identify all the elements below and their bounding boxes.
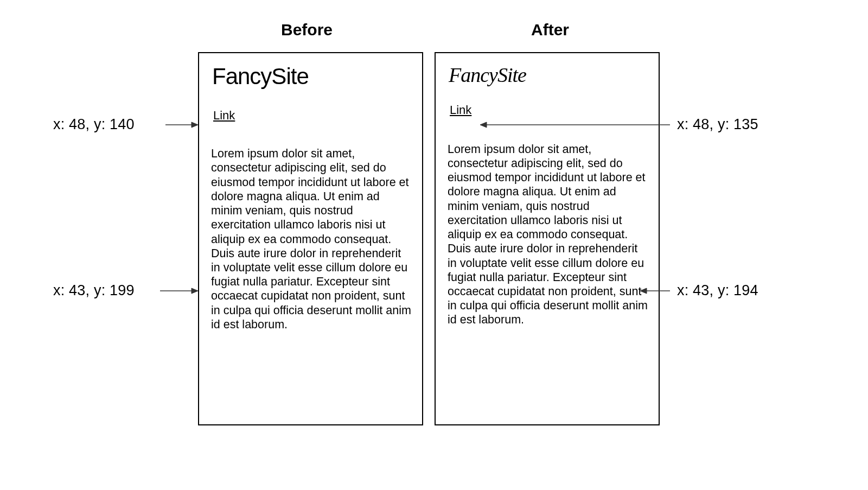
coord-label-before-link: x: 48, y: 140	[53, 116, 135, 133]
mockup-after: FancySite Link Lorem ipsum dolor sit ame…	[435, 52, 660, 425]
svg-marker-1	[192, 122, 198, 128]
body-paragraph-after: Lorem ipsum dolor sit amet, consectetur …	[448, 142, 648, 327]
coord-label-before-body: x: 43, y: 199	[53, 282, 135, 299]
arrow-icon	[160, 287, 198, 295]
body-paragraph-before: Lorem ipsum dolor sit amet, consectetur …	[211, 147, 411, 332]
column-header-after: After	[531, 21, 569, 39]
coord-label-after-link: x: 48, y: 135	[677, 116, 758, 133]
coord-label-after-body: x: 43, y: 194	[677, 282, 758, 299]
column-header-before: Before	[281, 21, 333, 39]
site-title-before: FancySite	[212, 64, 412, 89]
arrow-icon	[165, 120, 198, 129]
mockup-before: FancySite Link Lorem ipsum dolor sit ame…	[198, 52, 423, 425]
example-link-before[interactable]: Link	[213, 109, 235, 123]
svg-marker-5	[480, 122, 487, 128]
site-title-after: FancySite	[449, 64, 649, 87]
arrow-icon	[480, 120, 670, 129]
arrow-icon	[640, 287, 670, 295]
svg-marker-3	[192, 288, 198, 294]
svg-marker-7	[640, 288, 647, 294]
example-link-after[interactable]: Link	[450, 103, 471, 117]
